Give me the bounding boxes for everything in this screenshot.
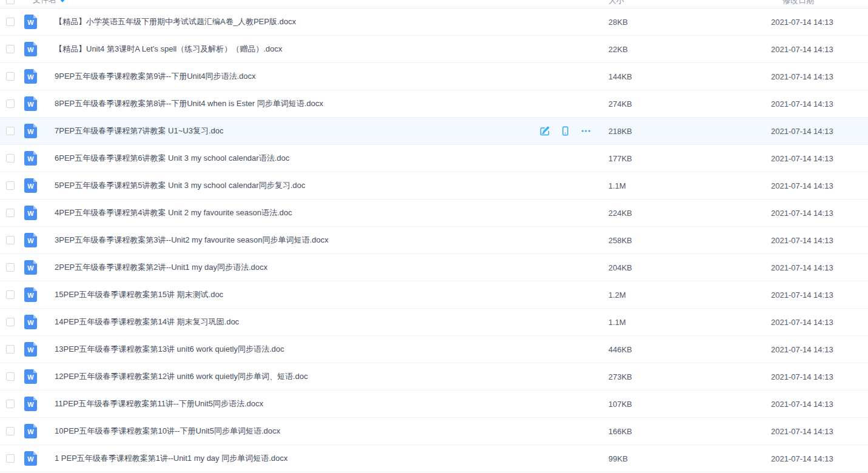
file-size: 22KB [608,45,771,54]
file-modified-date: 2021-07-14 14:13 [771,236,868,245]
word-icon-letter: W [24,397,37,411]
file-name-link[interactable]: 13PEP五年级春季课程教案第13讲 unit6 work quietly同步语… [55,344,284,355]
file-modified-date: 2021-07-14 14:13 [771,318,868,327]
word-icon-letter: W [24,315,37,329]
file-size: 144KB [608,72,771,81]
row-checkbox[interactable] [6,263,15,272]
row-checkbox[interactable] [6,372,15,381]
word-document-icon: W [24,178,37,193]
row-checkbox[interactable] [6,181,15,190]
file-name-link[interactable]: 2PEP五年级春季课程教案第2讲--Unit1 my day同步语法.docx [55,262,267,273]
file-size: 274KB [608,99,771,109]
file-name-link[interactable]: 8PEP五年级春季课程教案第8讲--下册Unit4 when is Ester … [55,98,323,109]
word-document-icon: W [24,342,37,357]
row-checkbox[interactable] [6,209,15,217]
word-document-icon: W [24,69,37,84]
word-document-icon: W [24,15,37,29]
column-header-size[interactable]: 大小 [608,0,624,5]
table-row[interactable]: W 3PEP五年级春季课程教案第3讲--Unit2 my favourite s… [0,227,868,254]
file-name-link[interactable]: 4PEP五年级春季课程第4讲教案 Unit 2 my favourite sea… [55,207,292,218]
file-list: W 【精品】小学英语五年级下册期中考试试题汇编A卷_人教PEP版.docx [0,8,868,472]
file-name-link[interactable]: 12PEP五年级春季课程教案第12讲 unit6 work quietly同步单… [55,371,308,382]
row-checkbox[interactable] [6,318,15,326]
row-checkbox[interactable] [6,454,15,463]
word-icon-letter: W [24,233,37,247]
row-checkbox[interactable] [6,72,15,81]
file-modified-date: 2021-07-14 14:13 [771,45,868,54]
word-icon-letter: W [24,69,37,84]
file-size: 204KB [608,263,771,272]
file-modified-date: 2021-07-14 14:13 [771,181,868,190]
table-row[interactable]: W 2PEP五年级春季课程教案第2讲--Unit1 my day同步语法.doc… [0,254,868,281]
table-row[interactable]: W 11PEP五年级春季课程教案第11讲--下册Unit5同步语法.docx [0,391,868,418]
file-name-link[interactable]: 7PEP五年级春季课程第7讲教案 U1~U3复习.doc [55,126,223,136]
word-document-icon: W [24,206,37,220]
file-name-link[interactable]: 3PEP五年级春季课程教案第3讲--Unit2 my favourite sea… [55,235,329,246]
table-row[interactable]: W 7PEP五年级春季课程第7讲教案 U1~U3复习.doc [0,118,868,145]
row-checkbox[interactable] [6,345,15,354]
file-name-link[interactable]: 10PEP五年级春季课程教案第10讲--下册Unit5同步单词短语.docx [55,426,280,437]
row-checkbox[interactable] [6,99,15,108]
row-checkbox[interactable] [6,236,15,244]
word-document-icon: W [24,424,37,438]
file-modified-date: 2021-07-14 14:13 [771,427,868,436]
file-name-link[interactable]: 9PEP五年级春季课程教案第9讲--下册Unit4同步语法.docx [55,71,256,82]
file-modified-date: 2021-07-14 14:13 [771,154,868,163]
word-document-icon: W [24,260,37,275]
word-icon-letter: W [24,151,37,166]
table-row[interactable]: W 13PEP五年级春季课程教案第13讲 unit6 work quietly同… [0,336,868,363]
file-table-header: 文件名 大小 修改日期 [0,0,868,8]
row-checkbox[interactable] [6,427,15,435]
file-modified-date: 2021-07-14 14:13 [771,345,868,354]
file-size: 28KB [608,18,771,27]
table-row[interactable]: W 【精品】小学英语五年级下册期中考试试题汇编A卷_人教PEP版.docx [0,8,868,36]
column-header-filename[interactable]: 文件名 [33,0,56,5]
table-row[interactable]: W 4PEP五年级春季课程第4讲教案 Unit 2 my favourite s… [0,200,868,227]
word-document-icon: W [24,96,37,111]
table-row[interactable]: W 15PEP五年级春季课程教案第15讲 期末测试.doc [0,281,868,309]
table-row[interactable]: W 【精品】Unit4 第3课时A Let's spell（练习及解析）（赠品）… [0,36,868,63]
table-row[interactable]: W 14PEP五年级春季课程教案第14讲 期末复习巩固.doc [0,309,868,336]
table-row[interactable]: W 10PEP五年级春季课程教案第10讲--下册Unit5同步单词短语.docx [0,418,868,445]
word-icon-letter: W [24,206,37,220]
file-modified-date: 2021-07-14 14:13 [771,72,868,81]
table-row[interactable]: W 12PEP五年级春季课程教案第12讲 unit6 work quietly同… [0,363,868,391]
word-icon-letter: W [24,178,37,193]
sort-caret-down-icon[interactable] [59,0,66,2]
file-size: 99KB [608,454,771,463]
more-actions-ellipsis-icon[interactable] [580,125,592,137]
file-name-link[interactable]: 14PEP五年级春季课程教案第14讲 期末复习巩固.doc [55,317,239,327]
file-modified-date: 2021-07-14 14:13 [771,18,868,27]
file-name-link[interactable]: 【精品】Unit4 第3课时A Let's spell（练习及解析）（赠品）.d… [55,44,282,55]
table-row[interactable]: W 8PEP五年级春季课程教案第8讲--下册Unit4 when is Este… [0,90,868,118]
file-size: 166KB [608,427,771,436]
table-row[interactable]: W 9PEP五年级春季课程教案第9讲--下册Unit4同步语法.docx [0,63,868,90]
table-row[interactable]: W 1 PEP五年级春季课程教案第1讲--Unit1 my day 同步单词短语… [0,445,868,472]
file-size: 224KB [608,209,771,218]
row-checkbox[interactable] [6,154,15,163]
file-name-link[interactable]: 11PEP五年级春季课程教案第11讲--下册Unit5同步语法.docx [55,398,263,409]
rename-edit-icon[interactable] [539,125,551,137]
row-checkbox[interactable] [6,400,15,408]
table-row[interactable]: W 6PEP五年级春季课程第6讲教案 Unit 3 my school cale… [0,145,868,172]
row-checkbox[interactable] [6,18,15,26]
file-size: 107KB [608,400,771,409]
table-row[interactable]: W 5PEP五年级春季课程第5讲教案 Unit 3 my school cale… [0,172,868,200]
column-header-modified-date[interactable]: 修改日期 [782,0,814,5]
file-modified-date: 2021-07-14 14:13 [771,454,868,463]
file-modified-date: 2021-07-14 14:13 [771,99,868,109]
file-name-link[interactable]: 1 PEP五年级春季课程教案第1讲--Unit1 my day 同步单词短语.d… [55,453,288,464]
select-all-checkbox[interactable] [6,0,15,4]
word-document-icon: W [24,151,37,166]
file-name-link[interactable]: 【精品】小学英语五年级下册期中考试试题汇编A卷_人教PEP版.docx [55,16,296,27]
row-checkbox[interactable] [6,45,15,53]
file-modified-date: 2021-07-14 14:13 [771,263,868,272]
word-icon-letter: W [24,96,37,111]
row-checkbox[interactable] [6,290,15,299]
file-name-link[interactable]: 6PEP五年级春季课程第6讲教案 Unit 3 my school calend… [55,153,289,164]
send-to-phone-icon[interactable] [559,125,571,137]
word-icon-letter: W [24,287,37,302]
file-name-link[interactable]: 5PEP五年级春季课程第5讲教案 Unit 3 my school calend… [55,180,305,191]
file-name-link[interactable]: 15PEP五年级春季课程教案第15讲 期末测试.doc [55,289,223,300]
row-checkbox[interactable] [6,127,15,135]
